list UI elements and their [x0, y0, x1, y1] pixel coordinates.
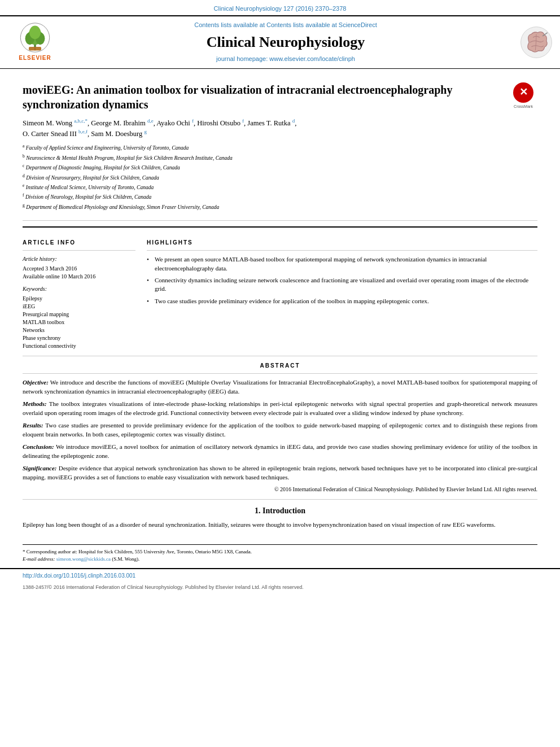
abstract-significance: Significance: Despite evidence that atyp… — [23, 464, 537, 482]
introduction-section: 1. Introduction Epilepsy has long been t… — [23, 500, 537, 536]
highlight-2: Connectivity dynamics including seizure … — [147, 276, 537, 294]
email-address[interactable]: simeon.wong@sickkids.ca — [56, 556, 111, 562]
corresponding-note: * Corresponding author at: Hospital for … — [23, 548, 537, 556]
homepage-url[interactable]: www.elsevier.com/locate/clinph — [269, 55, 355, 62]
introduction-text: Epilepsy has long been thought of as a d… — [23, 521, 537, 530]
affiliation-a: a Faculty of Applied Science and Enginee… — [23, 143, 504, 152]
sciencedirect-text: Contents lists available at Contents lis… — [63, 21, 508, 29]
crossmark-logo[interactable]: ✕ CrossMark — [509, 82, 537, 110]
journal-center: Contents lists available at Contents lis… — [63, 21, 508, 63]
keyword-networks: Networks — [23, 326, 135, 334]
elsevier-label: ELSEVIER — [19, 54, 51, 62]
affiliation-d: d Division of Neurosurgery, Hospital for… — [23, 173, 504, 182]
sciencedirect-link-text[interactable]: Contents lists available at ScienceDirec… — [266, 21, 377, 28]
abstract-methods: Methods: The toolbox integrates visualiz… — [23, 400, 537, 418]
keyword-phase: Phase synchrony — [23, 334, 135, 342]
abstract-significance-text: Despite evidence that atypical network s… — [23, 465, 537, 480]
highlights-col: HIGHLIGHTS We present an open source MAT… — [147, 239, 537, 350]
abstract-objective: Objective: We introduce and describe the… — [23, 378, 537, 396]
issn-line-container: 1388-2457/© 2016 International Federatio… — [0, 583, 560, 595]
highlight-3: Two case studies provide preliminary evi… — [147, 297, 537, 305]
footnote-left: * Corresponding author at: Hospital for … — [23, 548, 537, 562]
crossmark-label: CrossMark — [514, 104, 533, 110]
abstract-label: ABSTRACT — [23, 362, 537, 370]
abstract-methods-text: The toolbox integrates visualizations of… — [23, 400, 537, 416]
email-label: E-mail address: — [23, 556, 55, 562]
highlights-divider — [147, 250, 537, 251]
article-authors: Simeon M. Wong a,b,c,*, George M. Ibrahi… — [23, 117, 504, 140]
article-content: moviEEG: An animation toolbox for visual… — [0, 69, 560, 569]
journal-homepage: journal homepage: www.elsevier.com/locat… — [63, 55, 508, 63]
svg-point-5 — [29, 26, 41, 40]
info-divider — [23, 250, 135, 251]
highlights-label: HIGHLIGHTS — [147, 239, 537, 247]
brain-icon — [519, 25, 553, 59]
keyword-ieeg: iEEG — [23, 303, 135, 311]
keyword-epilepsy: Epilepsy — [23, 295, 135, 303]
abstract-divider — [23, 373, 537, 374]
abstract-methods-label: Methods: — [23, 400, 47, 407]
abstract-objective-text: We introduce and describe the functions … — [23, 379, 537, 395]
bottom-bar: http://dx.doi.org/10.1016/j.clinph.2016.… — [0, 568, 560, 583]
footnote-area: * Corresponding author at: Hospital for … — [23, 544, 537, 562]
email-line: E-mail address: simeon.wong@sickkids.ca … — [23, 556, 537, 563]
history-item-1: Accepted 3 March 2016 — [23, 265, 135, 273]
abstract-results-text: Two case studies are presented to provid… — [23, 422, 537, 438]
journal-header: ELSEVIER Contents lists available at Con… — [0, 15, 560, 68]
affiliation-f: f Division of Neurology, Hospital for Si… — [23, 192, 504, 201]
crossmark-circle: ✕ — [513, 82, 533, 103]
affiliation-b: b Neuroscience & Mental Health Program, … — [23, 153, 504, 162]
crossmark-x-icon: ✕ — [519, 85, 528, 99]
elsevier-logo: ELSEVIER — [7, 22, 63, 62]
abstract-significance-label: Significance: — [23, 465, 57, 471]
abstract-results: Results: Two case studies are presented … — [23, 421, 537, 439]
keyword-matlab: MATLAB toolbox — [23, 318, 135, 326]
abstract-conclusion-text: We introduce moviEEG, a novel toolbox fo… — [23, 443, 537, 459]
affiliation-g: g Department of Biomedical Physiology an… — [23, 202, 504, 211]
elsevier-tree-icon — [18, 22, 52, 53]
issn-line: 1388-2457/© 2016 International Federatio… — [23, 584, 537, 591]
highlight-1: We present an open source MATLAB-based t… — [147, 255, 537, 273]
keyword-presurgical: Presurgical mapping — [23, 311, 135, 318]
abstract-section: ABSTRACT Objective: We introduce and des… — [23, 356, 537, 499]
homepage-prefix: journal homepage: — [216, 55, 269, 62]
article-info-label: ARTICLE INFO — [23, 239, 135, 247]
abstract-conclusion: Conclusion: We introduce moviEEG, a nove… — [23, 443, 537, 461]
introduction-header: 1. Introduction — [23, 505, 537, 517]
keywords-label: Keywords: — [23, 285, 135, 293]
two-col-section: ARTICLE INFO Article history: Accepted 3… — [23, 233, 537, 356]
abstract-objective-label: Objective: — [23, 379, 49, 386]
abstract-copyright: © 2016 International Federation of Clini… — [23, 486, 537, 493]
doi-link[interactable]: http://dx.doi.org/10.1016/j.clinph.2016.… — [23, 572, 135, 580]
history-item-2: Available online 10 March 2016 — [23, 273, 135, 281]
journal-title: Clinical Neurophysiology — [63, 32, 508, 53]
abstract-conclusion-label: Conclusion: — [23, 443, 54, 450]
journal-right-logo — [508, 25, 553, 59]
abstract-results-label: Results: — [23, 422, 43, 429]
article-history-label: Article history: — [23, 255, 135, 263]
thick-divider — [23, 226, 537, 228]
affiliations: a Faculty of Applied Science and Enginee… — [23, 143, 504, 211]
top-citation: Clinical Neurophysiology 127 (2016) 2370… — [0, 0, 560, 15]
article-main-title: moviEEG: An animation toolbox for visual… — [23, 82, 504, 112]
article-title-text: moviEEG: An animation toolbox for visual… — [23, 82, 504, 215]
affiliation-e: e Institute of Medical Science, Universi… — [23, 182, 504, 191]
email-suffix: (S.M. Wong). — [112, 556, 139, 562]
article-title-section: moviEEG: An animation toolbox for visual… — [23, 75, 537, 221]
affiliation-c: c Department of Diagnostic Imaging, Hosp… — [23, 163, 504, 172]
keyword-functional: Functional connectivity — [23, 342, 135, 350]
article-info-col: ARTICLE INFO Article history: Accepted 3… — [23, 239, 135, 350]
